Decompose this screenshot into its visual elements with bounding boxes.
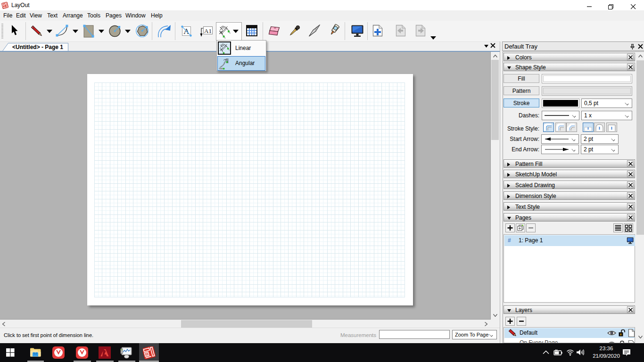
svg-text:A1: A1 xyxy=(204,27,212,34)
